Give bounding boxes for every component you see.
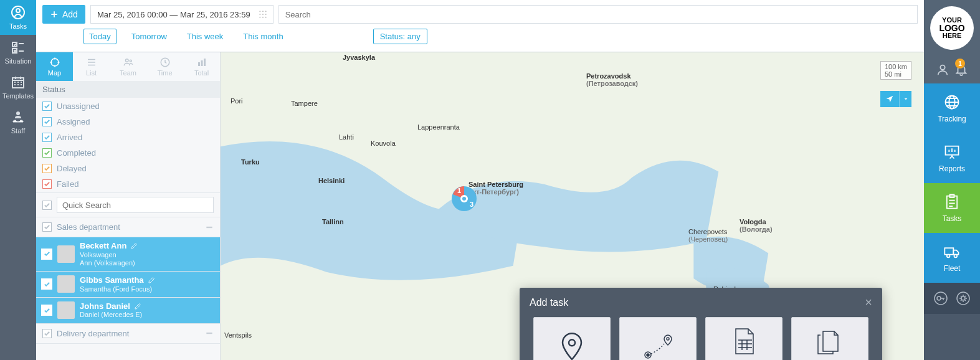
notif-badge: 1 xyxy=(955,59,965,69)
person-row[interactable]: Johns Daniel Daniel (Mercedes E) xyxy=(36,298,220,324)
cluster-count-b: 3 xyxy=(470,201,473,208)
person-sub: Daniel (Mercedes E) xyxy=(80,311,142,319)
locate-dropdown[interactable] xyxy=(899,91,911,107)
collapse-icon[interactable] xyxy=(205,329,214,338)
quick-date-tomorrow[interactable]: Tomorrow xyxy=(126,29,172,44)
presentation-icon xyxy=(943,143,961,161)
checkbox-icon[interactable] xyxy=(41,278,52,290)
tab-list[interactable]: List xyxy=(73,52,110,81)
checkbox-icon[interactable] xyxy=(42,329,52,338)
svg-point-1 xyxy=(16,9,20,12)
status-filter-dropdown[interactable]: Status: any xyxy=(373,29,427,44)
checkbox-icon[interactable] xyxy=(42,102,52,111)
svg-rect-21 xyxy=(204,59,206,66)
svg-point-15 xyxy=(51,59,59,66)
collapse-icon[interactable] xyxy=(205,223,214,232)
status-filters: Unassigned Assigned Arrived Completed De… xyxy=(36,98,220,193)
tab-label: List xyxy=(86,69,97,77)
map-label: Lappeenranta xyxy=(417,123,460,131)
filter-completed[interactable]: Completed xyxy=(42,148,214,158)
svg-point-42 xyxy=(937,296,941,300)
checkbox-icon[interactable] xyxy=(42,201,52,210)
quick-search-input[interactable] xyxy=(57,197,214,213)
add-button[interactable]: Add xyxy=(42,5,85,24)
list-icon xyxy=(86,57,97,68)
tab-total[interactable]: Total xyxy=(183,52,220,81)
checkbox-icon[interactable] xyxy=(42,133,52,142)
add-task-modal: Add task × Single task Route task Import… xyxy=(520,288,882,360)
team-icon xyxy=(123,57,134,68)
globe-icon xyxy=(943,93,961,111)
person-row[interactable]: Gibbs Samantha Samantha (Ford Focus) xyxy=(36,272,220,298)
filter-delayed[interactable]: Delayed xyxy=(42,164,214,173)
card-import-excel[interactable]: Import from Excel file xyxy=(705,317,783,360)
card-copy-paste[interactable]: Copy/paste from Excel xyxy=(791,317,868,360)
person-name: Gibbs Samantha xyxy=(80,275,144,285)
checkbox-icon[interactable] xyxy=(42,179,52,189)
svg-point-29 xyxy=(667,338,669,340)
cluster-pie[interactable]: 1 3 xyxy=(451,186,477,212)
quick-date-this-week[interactable]: This week xyxy=(182,29,229,44)
tab-team[interactable]: Team xyxy=(110,52,146,81)
search-input[interactable] xyxy=(278,5,918,24)
gear-icon[interactable] xyxy=(956,291,971,306)
card-single-task[interactable]: Single task xyxy=(533,317,611,360)
filter-label: Completed xyxy=(57,148,96,158)
quick-date-today[interactable]: Today xyxy=(83,29,117,44)
svg-point-32 xyxy=(940,65,944,70)
checkbox-icon[interactable] xyxy=(42,117,52,126)
checkbox-icon[interactable] xyxy=(41,249,52,260)
pencil-icon[interactable] xyxy=(148,277,155,284)
pencil-icon[interactable] xyxy=(134,303,141,310)
locate-button[interactable] xyxy=(880,91,899,107)
map-label: Pori xyxy=(231,97,243,105)
right-label: Reports xyxy=(939,164,965,173)
sidebar-item-tasks[interactable]: Tasks xyxy=(0,0,36,35)
right-item-tasks[interactable]: Tasks xyxy=(924,183,980,233)
user-icon[interactable] xyxy=(936,63,949,77)
close-icon[interactable]: × xyxy=(865,295,872,310)
checkbox-icon[interactable] xyxy=(41,305,52,316)
filter-arrived[interactable]: Arrived xyxy=(42,133,214,142)
right-item-fleet[interactable]: Fleet xyxy=(924,233,980,283)
group-label: Sales department xyxy=(57,222,120,232)
sidebar-label: Situation xyxy=(5,57,32,65)
key-icon[interactable] xyxy=(933,291,948,306)
avatar xyxy=(57,275,75,293)
map-label: Ventspils xyxy=(224,331,252,339)
right-label: Tracking xyxy=(938,115,966,123)
scale-mi: 50 mi xyxy=(885,70,907,78)
scale-bar: 100 km 50 mi xyxy=(880,61,911,80)
bars-icon xyxy=(196,57,207,68)
checkbox-icon[interactable] xyxy=(42,222,52,232)
right-item-reports[interactable]: Reports xyxy=(924,133,980,183)
svg-point-31 xyxy=(647,354,649,356)
map-label: Petrozavodsk(Петрозаводск) xyxy=(586,72,638,87)
sidebar-item-situation[interactable]: Situation xyxy=(0,35,36,70)
tab-time[interactable]: Time xyxy=(146,52,183,81)
date-range-picker[interactable]: Mar 25, 2016 00:00 — Mar 25, 2016 23:59 xyxy=(90,5,274,24)
right-sidebar: YOUR LOGO HERE 1 Tracking Reports Tasks … xyxy=(924,0,980,360)
checkbox-icon[interactable] xyxy=(42,148,52,158)
svg-point-12 xyxy=(259,17,260,18)
checkbox-icon[interactable] xyxy=(42,164,52,173)
truck-icon xyxy=(943,243,961,260)
quick-date-this-month[interactable]: This month xyxy=(238,29,288,44)
group-sales[interactable]: Sales department xyxy=(36,217,220,237)
svg-rect-38 xyxy=(944,248,953,255)
pencil-icon[interactable] xyxy=(130,242,138,250)
filter-failed[interactable]: Failed xyxy=(42,179,214,189)
group-delivery[interactable]: Delivery department xyxy=(36,324,220,344)
sidebar-item-staff[interactable]: Staff xyxy=(0,105,36,140)
tab-map[interactable]: Map xyxy=(36,52,73,81)
filter-assigned[interactable]: Assigned xyxy=(42,117,214,126)
filter-label: Failed xyxy=(57,179,78,189)
sidebar-item-templates[interactable]: Templates xyxy=(0,70,36,105)
svg-point-14 xyxy=(265,17,266,18)
card-route-task[interactable]: Route task xyxy=(619,317,697,360)
person-row[interactable]: Beckett Ann Volkswagen Ann (Volkswagen) xyxy=(36,237,220,272)
filter-unassigned[interactable]: Unassigned xyxy=(42,102,214,111)
checklist-icon xyxy=(11,40,26,55)
map[interactable]: Jyvaskyla Pori Tampere Lappeenranta Laht… xyxy=(221,52,924,360)
right-item-tracking[interactable]: Tracking xyxy=(924,83,980,133)
